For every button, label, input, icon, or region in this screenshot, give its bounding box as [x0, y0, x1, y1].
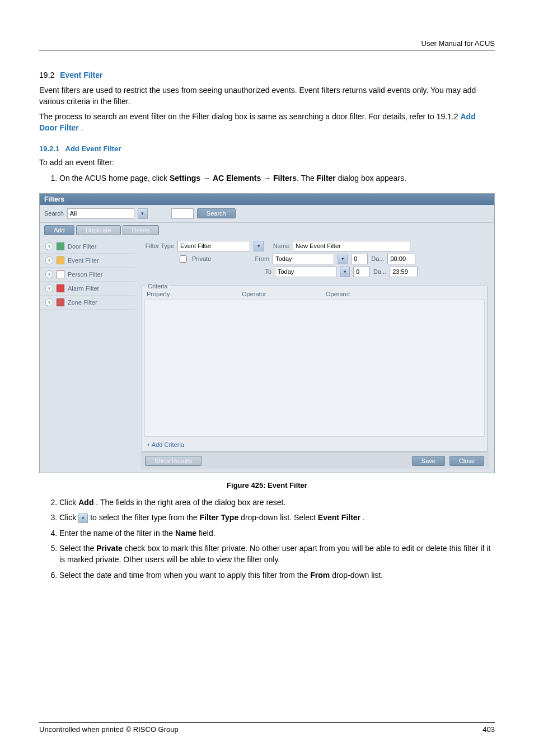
close-button[interactable]: Close — [449, 456, 484, 466]
dialog-bottom-bar: Show Results Save Close — [140, 452, 489, 469]
bold-ac-elements: AC Elements — [213, 174, 261, 183]
bold-name: Name — [175, 529, 196, 538]
show-results-button[interactable]: Show Results — [145, 456, 202, 466]
filtertype-dropdown-icon[interactable]: ▾ — [254, 241, 264, 251]
criteria-legend: Criteria — [146, 283, 170, 290]
from-days-input[interactable] — [351, 254, 368, 264]
step-4-post: field. — [199, 529, 216, 538]
to-days-label: Da... — [373, 268, 386, 275]
step-3-post: . — [363, 513, 365, 522]
step-6-pre: Select the date and time from when you w… — [59, 571, 310, 580]
sidebar-item-person[interactable]: ▾ Person Filter — [40, 268, 135, 282]
delete-button[interactable]: Delete — [123, 225, 160, 235]
step-5: Select the Private check box to mark thi… — [59, 543, 495, 565]
step-6: Select the date and time from when you w… — [59, 570, 495, 581]
to-input[interactable] — [275, 267, 336, 277]
bold-add: Add — [78, 498, 93, 507]
sidebar-item-event[interactable]: ▾ Event Filter — [40, 254, 135, 268]
from-dropdown-icon[interactable]: ▾ — [338, 254, 348, 264]
step-1: On the ACUS home page, click Settings → … — [59, 173, 495, 184]
step-3-pre: Click — [59, 513, 78, 522]
bold-private: Private — [96, 544, 123, 553]
sidebar-label-alarm: Alarm Filter — [68, 285, 99, 292]
step-2-pre: Click — [59, 498, 78, 507]
expand-icon[interactable]: ▾ — [45, 242, 53, 250]
step-3-mid1: to select the filter type from the — [90, 513, 199, 522]
footer-left: Uncontrolled when printed © RISCO Group — [39, 725, 179, 734]
sidebar-label-person: Person Filter — [68, 271, 102, 278]
from-time-input[interactable] — [387, 254, 415, 264]
criteria-area — [144, 300, 485, 437]
step-5-post: check box to mark this filter private. N… — [59, 544, 490, 564]
to-days-input[interactable] — [353, 267, 370, 277]
subsection-name: Add Event Filter — [65, 144, 121, 153]
search-button[interactable]: Search — [197, 208, 236, 218]
to-dropdown-icon[interactable]: ▾ — [340, 267, 350, 277]
expand-icon[interactable]: ▾ — [45, 298, 53, 306]
bold-filter-type: Filter Type — [199, 513, 238, 522]
page-footer: Uncontrolled when printed © RISCO Group … — [39, 722, 495, 734]
sidebar-item-alarm[interactable]: ▾ Alarm Filter — [40, 282, 135, 296]
event-icon — [57, 256, 64, 264]
step-5-pre: Select the — [59, 544, 96, 553]
to-label: To — [249, 268, 271, 275]
arrow-1: → — [203, 174, 210, 183]
step-4: Enter the name of the filter in the Name… — [59, 528, 495, 539]
expand-icon[interactable]: ▾ — [45, 256, 53, 264]
alarm-icon — [57, 284, 64, 292]
dropdown-icon-inline: ▾ — [78, 514, 88, 523]
criteria-operand-header: Operand — [326, 291, 350, 297]
from-label: From — [247, 255, 269, 262]
private-checkbox[interactable] — [180, 255, 187, 263]
sidebar-label-zone: Zone Filter — [68, 299, 97, 306]
criteria-header: Property Operator Operand — [142, 290, 487, 298]
sidebar-item-door[interactable]: ▾ Door Filter — [40, 240, 135, 254]
save-button[interactable]: Save — [412, 456, 445, 466]
bold-filters: Filters — [273, 174, 297, 183]
name-input[interactable] — [293, 241, 410, 251]
paragraph-1: Event filters are used to restrict the u… — [39, 85, 495, 107]
dialog-main: Filter Type ▾ Name Private From ▾ Da... — [135, 237, 494, 473]
criteria-property-header: Property — [147, 291, 242, 297]
filters-dialog: Filters Search ▾ Search Add Duplicate De… — [39, 193, 495, 473]
dialog-title: Filters — [40, 194, 494, 205]
step-2-post: . The fields in the right area of the di… — [96, 498, 285, 507]
door-icon — [57, 242, 64, 250]
filtertype-input[interactable] — [177, 241, 250, 251]
bold-settings: Settings — [170, 174, 200, 183]
step-6-post: drop-down list. — [332, 571, 383, 580]
subsection-title: 19.2.1 Add Event Filter — [39, 144, 495, 153]
bold-from: From — [310, 571, 330, 580]
step-1-pre: On the ACUS home page, click — [59, 174, 170, 183]
add-button[interactable]: Add — [44, 225, 74, 235]
step-3-mid2: drop-down list. Select — [241, 513, 318, 522]
name-label: Name — [267, 242, 289, 249]
add-criteria-link[interactable]: + Add Criteria — [142, 438, 487, 451]
sidebar-label-door: Door Filter — [68, 243, 96, 250]
paragraph-2a: The process to search an event filter on… — [39, 112, 461, 121]
to-time-input[interactable] — [390, 267, 418, 277]
sidebar-item-zone[interactable]: ▾ Zone Filter — [40, 296, 135, 310]
duplicate-button[interactable]: Duplicate — [76, 225, 121, 235]
step-1-post: dialog box appears. — [338, 174, 406, 183]
zone-icon — [57, 298, 64, 306]
subsection-intro: To add an event filter: — [39, 157, 495, 169]
from-days-label: Da... — [371, 255, 384, 262]
search-input[interactable] — [67, 208, 134, 219]
search-dropdown-icon[interactable]: ▾ — [138, 208, 148, 219]
expand-icon[interactable]: ▾ — [45, 284, 53, 292]
criteria-operator-header: Operator — [242, 291, 326, 297]
page-header: User Manual for ACUS — [39, 39, 495, 50]
filtertype-label: Filter Type — [140, 242, 174, 249]
paragraph-2: The process to search an event filter on… — [39, 111, 495, 133]
paragraph-2b: . — [81, 123, 83, 132]
criteria-fieldset: Criteria Property Operator Operand + Add… — [142, 283, 488, 452]
step-3: Click ▾ to select the filter type from t… — [59, 512, 495, 524]
arrow-2: → — [263, 174, 271, 183]
figure-caption: Figure 425: Event Filter — [39, 481, 495, 489]
expand-icon[interactable]: ▾ — [45, 270, 53, 278]
from-input[interactable] — [273, 254, 334, 264]
bold-filter: Filter — [317, 174, 336, 183]
dialog-toolbar: Add Duplicate Delete — [40, 223, 494, 237]
search-page-input[interactable] — [171, 208, 194, 219]
